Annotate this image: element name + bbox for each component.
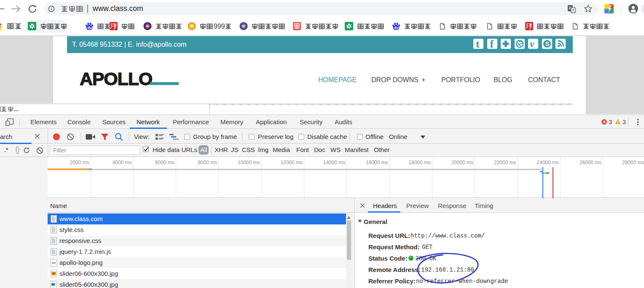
svg-text:S: S xyxy=(545,40,549,47)
svg-text:v: v xyxy=(530,39,534,49)
svg-text:f: f xyxy=(490,39,494,49)
svg-text:t: t xyxy=(476,39,480,49)
svg-text:du: du xyxy=(394,26,398,30)
svg-text:du: du xyxy=(87,26,91,30)
